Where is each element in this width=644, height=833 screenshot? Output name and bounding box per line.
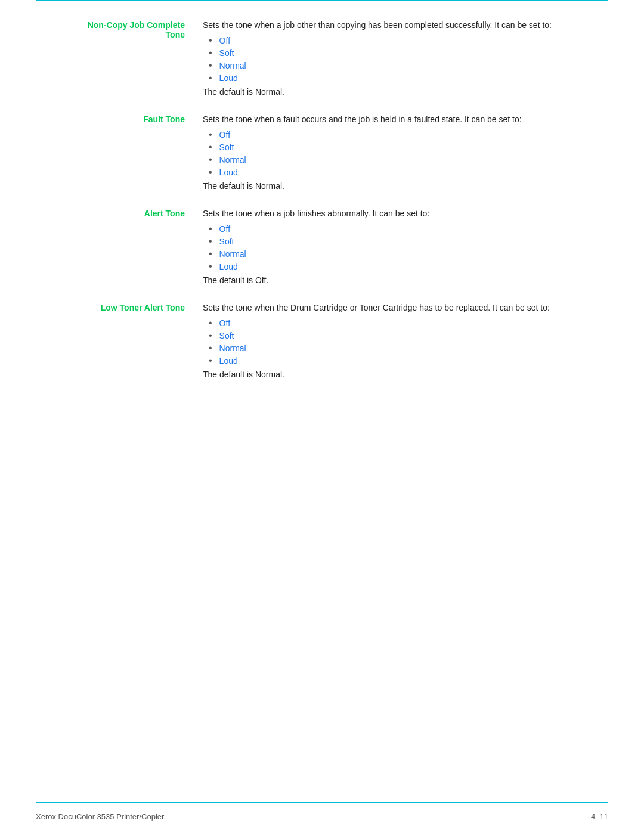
desc-cell-non-copy-job-complete-tone: Sets the tone when a job other than copy… (203, 19, 608, 103)
option-normal: Normal (219, 155, 246, 165)
page: Non-Copy Job CompleteToneSets the tone w… (0, 0, 644, 833)
list-item: Normal (209, 249, 608, 259)
option-normal: Normal (219, 249, 246, 259)
desc-cell-alert-tone: Sets the tone when a job finishes abnorm… (203, 208, 608, 291)
desc-cell-low-toner-alert-tone: Sets the tone when the Drum Cartridge or… (203, 302, 608, 385)
label-cell-non-copy-job-complete-tone: Non-Copy Job CompleteTone (36, 19, 203, 103)
section-gap (36, 291, 608, 302)
bottom-rule (36, 802, 608, 803)
label-alert-tone: Alert Tone (144, 209, 185, 218)
options-list-low-toner-alert-tone: OffSoftNormalLoud (209, 318, 608, 366)
desc-text-non-copy-job-complete-tone: Sets the tone when a job other than copy… (203, 19, 608, 32)
option-loud: Loud (219, 262, 238, 271)
section-row-alert-tone: Alert ToneSets the tone when a job finis… (36, 208, 608, 291)
option-normal: Normal (219, 61, 246, 70)
section-row-non-copy-job-complete-tone: Non-Copy Job CompleteToneSets the tone w… (36, 19, 608, 103)
option-soft: Soft (219, 143, 234, 152)
section-row-fault-tone: Fault ToneSets the tone when a fault occ… (36, 113, 608, 197)
label-cell-fault-tone: Fault Tone (36, 113, 203, 197)
options-list-fault-tone: OffSoftNormalLoud (209, 129, 608, 178)
option-soft: Soft (219, 237, 234, 246)
label-cell-low-toner-alert-tone: Low Toner Alert Tone (36, 302, 203, 385)
options-list-non-copy-job-complete-tone: OffSoftNormalLoud (209, 35, 608, 83)
footer-left: Xerox DocuColor 3535 Printer/Copier (36, 812, 164, 821)
option-soft: Soft (219, 48, 234, 58)
desc-text-fault-tone: Sets the tone when a fault occurs and th… (203, 113, 608, 126)
list-item: Normal (209, 60, 608, 71)
list-item: Off (209, 318, 608, 329)
default-text-alert-tone: The default is Off. (203, 275, 608, 285)
option-off: Off (219, 130, 230, 140)
label-non-copy-job-complete-tone: Non-Copy Job CompleteTone (88, 20, 185, 39)
option-loud: Loud (219, 168, 238, 177)
desc-cell-fault-tone: Sets the tone when a fault occurs and th… (203, 113, 608, 197)
list-item: Soft (209, 48, 608, 58)
list-item: Normal (209, 154, 608, 165)
content-table: Non-Copy Job CompleteToneSets the tone w… (36, 19, 608, 385)
list-item: Soft (209, 142, 608, 153)
section-gap (36, 103, 608, 113)
option-soft: Soft (219, 331, 234, 340)
desc-text-low-toner-alert-tone: Sets the tone when the Drum Cartridge or… (203, 302, 608, 314)
list-item: Off (209, 129, 608, 140)
option-off: Off (219, 318, 230, 328)
option-off: Off (219, 224, 230, 234)
list-item: Loud (209, 355, 608, 366)
section-gap (36, 197, 608, 208)
list-item: Normal (209, 343, 608, 354)
list-item: Soft (209, 236, 608, 247)
desc-text-alert-tone: Sets the tone when a job finishes abnorm… (203, 208, 608, 220)
default-text-non-copy-job-complete-tone: The default is Normal. (203, 87, 608, 97)
list-item: Loud (209, 73, 608, 83)
list-item: Loud (209, 167, 608, 178)
option-off: Off (219, 36, 230, 45)
option-loud: Loud (219, 73, 238, 83)
list-item: Loud (209, 261, 608, 272)
default-text-low-toner-alert-tone: The default is Normal. (203, 370, 608, 379)
label-fault-tone: Fault Tone (143, 114, 185, 124)
default-text-fault-tone: The default is Normal. (203, 181, 608, 191)
footer-right: 4–11 (591, 812, 608, 821)
option-loud: Loud (219, 356, 238, 366)
label-low-toner-alert-tone: Low Toner Alert Tone (101, 303, 185, 312)
label-cell-alert-tone: Alert Tone (36, 208, 203, 291)
footer: Xerox DocuColor 3535 Printer/Copier 4–11 (36, 812, 608, 821)
list-item: Off (209, 35, 608, 46)
option-normal: Normal (219, 343, 246, 353)
options-list-alert-tone: OffSoftNormalLoud (209, 224, 608, 272)
top-rule (36, 0, 608, 1)
list-item: Soft (209, 330, 608, 341)
list-item: Off (209, 224, 608, 234)
section-row-low-toner-alert-tone: Low Toner Alert ToneSets the tone when t… (36, 302, 608, 385)
